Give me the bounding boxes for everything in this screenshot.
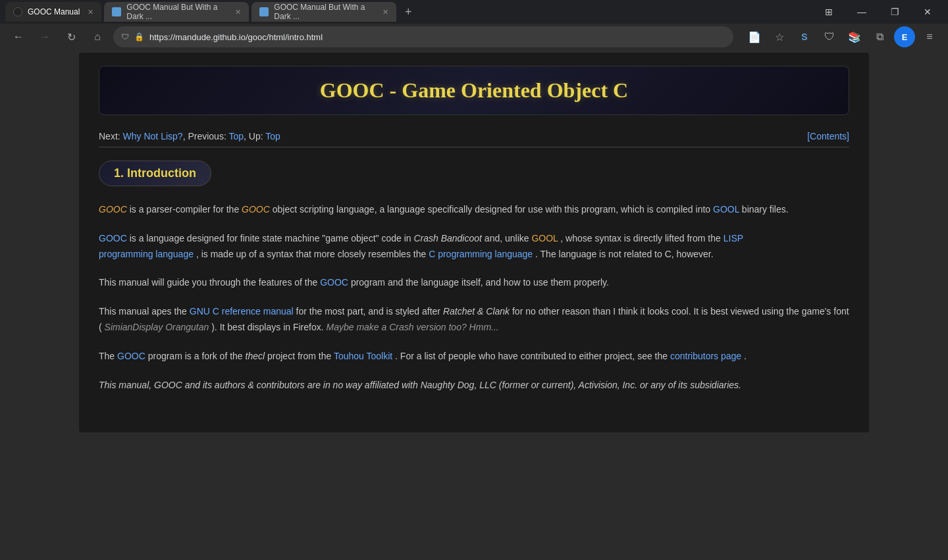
tab-label-2: GOOC Manual But With a Dark ... [126, 3, 227, 21]
up-link[interactable]: Top [265, 131, 280, 141]
gool-link-1[interactable]: GOOL [713, 204, 739, 215]
tab-close-3[interactable]: ✕ [382, 8, 388, 16]
tab-overview-button[interactable]: ⊞ [814, 2, 844, 22]
p4-mid: for the most part, and is styled after [296, 306, 443, 317]
paragraph-5: The GOOC program is a fork of the thecl … [99, 349, 849, 365]
p2-mid: and, unlike [485, 233, 532, 243]
browser-chrome: GOOC Manual ✕ GOOC Manual But With a Dar… [0, 0, 948, 50]
prev-label: Previous: [188, 131, 226, 141]
reader-view-button[interactable]: 📄 [744, 26, 765, 47]
p3-pre: This manual will guide you through the f… [99, 277, 320, 288]
nav-line: Next: Why Not Lisp?, Previous: Top, Up: … [99, 126, 849, 147]
close-window-button[interactable]: ✕ [912, 2, 943, 22]
prev-link[interactable]: Top [228, 131, 244, 141]
next-label: Next: [99, 131, 120, 141]
tab-favicon-3 [259, 7, 269, 16]
minimize-button[interactable]: — [847, 2, 877, 22]
tab-close-2[interactable]: ✕ [235, 8, 241, 16]
sep2: , [244, 131, 249, 141]
maybe-crash: Maybe make a Crash version too? Hmm... [327, 322, 499, 332]
p1-post: binary files. [742, 204, 789, 215]
extension-icon[interactable]: 🛡 [819, 26, 840, 47]
contributors-link[interactable]: contributors page [670, 351, 741, 361]
sidebar-button[interactable]: ⧉ [869, 26, 890, 47]
p2-mid2: , whose syntax is directly lifted from t… [560, 233, 723, 243]
gnu-ref-link[interactable]: GNU C reference manual [190, 306, 294, 317]
p5-mid2: project from the [267, 351, 334, 361]
disclaimer-text: This manual, GOOC and its authors & cont… [99, 380, 741, 390]
library-button[interactable]: 📚 [844, 26, 865, 47]
paragraph-4: This manual apes the GNU C reference man… [99, 304, 849, 336]
paragraph-6-disclaimer: This manual, GOOC and its authors & cont… [99, 378, 849, 394]
thecl-ref: thecl [246, 351, 265, 361]
tab-favicon-2 [112, 7, 121, 16]
maximize-button[interactable]: ❐ [880, 2, 910, 22]
p5-pre: The [99, 351, 117, 361]
home-button[interactable]: ⌂ [87, 26, 108, 47]
tab-stylish-2[interactable]: GOOC Manual But With a Dark ... ✕ [251, 2, 396, 22]
p3-post: program and the language itself, and how… [351, 277, 609, 288]
lock-icon: 🔒 [134, 32, 144, 41]
tab-gooc-manual[interactable]: GOOC Manual ✕ [5, 2, 101, 22]
p2-mid3: , is made up of a syntax that more close… [196, 249, 429, 259]
simian-font: SimianDisplay Orangutan [105, 322, 209, 332]
crash-bandicoot: Crash Bandicoot [413, 233, 482, 243]
stylish-icon[interactable]: S [794, 26, 815, 47]
tab-close-1[interactable]: ✕ [88, 8, 93, 16]
p1-text: is a parser-compiler for the [130, 204, 242, 215]
contents-link[interactable]: [Contents] [807, 131, 849, 141]
menu-button[interactable]: ≡ [919, 26, 940, 47]
p5-mid: program is a fork of the [148, 351, 246, 361]
page-title: GOOC - Game Oriented Object C [113, 78, 835, 103]
paragraph-3: This manual will guide you through the f… [99, 275, 849, 291]
c-lang-link[interactable]: C programming language [429, 249, 533, 259]
p2-post: . The language is not related to C, howe… [535, 249, 714, 259]
section-heading-text: 1. Introduction [114, 166, 196, 180]
tab-favicon-1 [13, 7, 22, 16]
window-controls: ⊞ — ❐ ✕ [814, 2, 943, 22]
tab-stylish-1[interactable]: GOOC Manual But With a Dark ... ✕ [104, 2, 249, 22]
security-icon: 🛡 [121, 32, 129, 41]
address-bar: ← → ↻ ⌂ 🛡 🔒 https://mandude.github.io/go… [0, 24, 948, 50]
gooc-ref-2: GOOC [242, 204, 270, 215]
refresh-button[interactable]: ↻ [61, 26, 82, 47]
new-tab-button[interactable]: + [399, 3, 417, 21]
paragraph-2: GOOC is a language designed for finite s… [99, 231, 849, 263]
up-label: Up: [249, 131, 263, 141]
forward-button[interactable]: → [34, 26, 55, 47]
paragraph-1: GOOC is a parser-compiler for the GOOC o… [99, 202, 849, 218]
p5-post: . [744, 351, 747, 361]
nav-prev-next: Next: Why Not Lisp?, Previous: Top, Up: … [99, 131, 280, 141]
back-button[interactable]: ← [8, 26, 29, 47]
bookmark-button[interactable]: ☆ [769, 26, 790, 47]
gooc-link-4[interactable]: GOOC [117, 351, 145, 361]
tab-label-1: GOOC Manual [28, 7, 80, 16]
title-bar: GOOC Manual ✕ GOOC Manual But With a Dar… [0, 0, 948, 24]
url-bar[interactable]: 🛡 🔒 https://mandude.github.io/gooc/html/… [113, 26, 733, 47]
gool-ref-2: GOOL [531, 233, 558, 243]
page-content: GOOC - Game Oriented Object C Next: Why … [79, 53, 869, 432]
gooc-link-2[interactable]: GOOC [99, 233, 127, 243]
content-body: GOOC is a parser-compiler for the GOOC o… [99, 202, 849, 393]
section-heading: 1. Introduction [99, 161, 211, 186]
ratchet-clank: Ratchet & Clank [443, 306, 510, 317]
next-link[interactable]: Why Not Lisp? [123, 131, 183, 141]
url-text: https://mandude.github.io/gooc/html/intr… [149, 32, 323, 42]
p2-text: is a language designed for finite state … [130, 233, 414, 243]
p1-mid: object scripting language, a language sp… [273, 204, 713, 215]
p4-mid3: ). It best displays in Firefox. [211, 322, 326, 332]
page-title-banner: GOOC - Game Oriented Object C [99, 66, 849, 115]
gooc-ref-1: GOOC [99, 204, 127, 215]
gooc-link-3[interactable]: GOOC [320, 277, 348, 288]
browser-actions: 📄 ☆ S 🛡 📚 ⧉ E ≡ [744, 26, 940, 47]
profile-button[interactable]: E [894, 26, 915, 47]
p4-pre: This manual apes the [99, 306, 190, 317]
p5-mid3: . For a list of people who have contribu… [395, 351, 670, 361]
tab-label-3: GOOC Manual But With a Dark ... [274, 3, 375, 21]
touhou-link[interactable]: Touhou Toolkit [334, 351, 392, 361]
